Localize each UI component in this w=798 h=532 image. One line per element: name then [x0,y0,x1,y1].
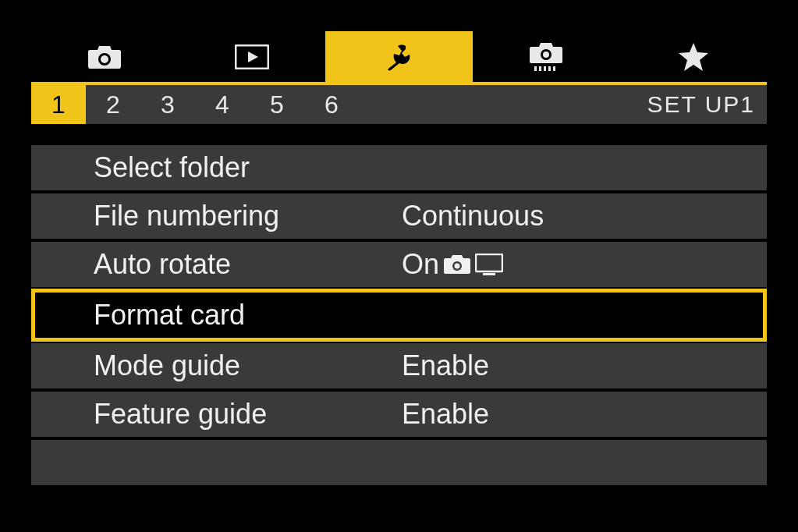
svg-point-1 [101,55,108,63]
menu-list: Select folder File numbering Continuous … [31,144,767,487]
svg-rect-8 [548,66,551,71]
menu-item-label: Select folder [94,151,402,184]
menu-item-value-text: On [402,248,439,281]
monitor-icon [475,254,503,275]
menu-item-value: Continuous [402,200,544,232]
page-tab-2[interactable]: 2 [86,85,140,124]
menu-item-format-card[interactable]: Format card [31,289,767,342]
svg-rect-5 [534,66,537,71]
menu-item-feature-guide[interactable]: Feature guide Enable [31,390,767,438]
page-tab-bar: 1 2 3 4 5 6 SET UP1 [31,85,767,124]
svg-rect-7 [544,66,546,71]
tab-shooting[interactable] [31,31,179,82]
camera-icon [444,254,470,275]
playback-icon [235,44,269,69]
menu-item-label: File numbering [94,200,402,232]
page-tab-6[interactable]: 6 [304,85,359,124]
tab-playback[interactable] [179,31,326,82]
camera-level-icon [530,41,562,73]
menu-item-mode-guide[interactable]: Mode guide Enable [31,342,767,390]
menu-item-value: Enable [402,349,489,382]
tab-mymenu[interactable] [619,31,767,82]
tab-setup[interactable] [325,31,473,82]
tab-custom[interactable] [473,31,620,82]
page-tab-5[interactable]: 5 [250,85,304,124]
menu-item-label: Auto rotate [94,248,402,281]
page-tab-4[interactable]: 4 [195,85,250,124]
svg-point-4 [543,51,549,58]
page-section-label: SET UP1 [647,91,756,118]
menu-item-label: Format card [94,299,402,332]
menu-item-select-folder[interactable]: Select folder [31,144,767,192]
menu-item-auto-rotate[interactable]: Auto rotate On [31,240,767,289]
svg-point-11 [455,264,460,269]
menu-item-file-numbering[interactable]: File numbering Continuous [31,192,767,240]
menu-item-value: On [402,248,503,281]
camera-icon [88,44,121,69]
svg-rect-9 [553,66,555,71]
menu-item-label: Mode guide [94,349,402,382]
top-tab-bar [31,31,767,82]
svg-rect-13 [483,273,495,275]
menu-item-value: Enable [402,398,489,431]
svg-rect-6 [539,66,541,71]
empty-menu-slot [31,438,767,487]
star-icon [678,42,709,72]
page-tab-1[interactable]: 1 [31,85,86,124]
wrench-icon [384,43,413,71]
menu-item-label: Feature guide [94,398,402,431]
camera-menu-screen: 1 2 3 4 5 6 SET UP1 Select folder File n… [31,31,767,501]
page-tab-3[interactable]: 3 [140,85,195,124]
svg-rect-12 [476,254,502,271]
